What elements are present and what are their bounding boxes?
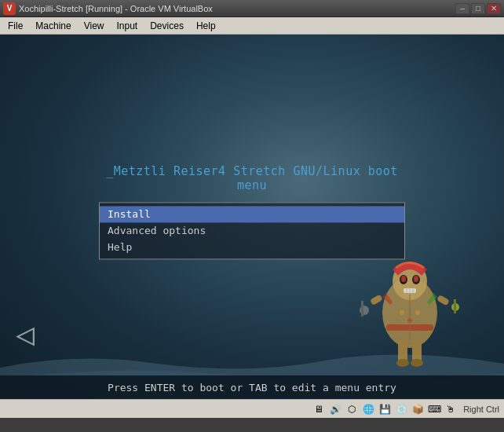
window-controls: – □ ✕ [455,3,501,14]
menu-machine[interactable]: Machine [29,17,77,34]
boot-title: _Metztli Reiser4 Stretch GNU/Linux boot … [99,164,405,192]
menu-input[interactable]: Input [111,17,144,34]
menu-help[interactable]: Help [190,17,222,34]
titlebar: V Xochipilli-Stretch [Running] - Oracle … [0,0,504,17]
menubar: File Machine View Input Devices Help [0,17,504,35]
svg-rect-13 [361,301,363,317]
network-status-icon[interactable]: 🌐 [361,402,375,416]
boot-option-help[interactable]: Help [100,239,404,255]
audio-status-icon[interactable]: 🔊 [328,402,342,416]
right-ctrl-label: Right Ctrl [463,405,499,414]
window-title: Xochipilli-Stretch [Running] - Oracle VM… [19,4,213,13]
virtualbox-icon: V [3,2,16,15]
svg-point-19 [411,359,423,367]
monitor-status-icon[interactable]: 🖥 [312,402,326,416]
disk-status-icon[interactable]: 💾 [378,402,392,416]
svg-rect-16 [398,340,407,362]
svg-point-5 [414,276,418,282]
boot-option-install[interactable]: Install [100,206,404,222]
boot-option-advanced[interactable]: Advanced options [100,222,404,239]
vm-screen[interactable]: ◁ [0,35,504,399]
svg-rect-11 [436,295,450,306]
svg-point-12 [360,306,369,315]
statusbar: 🖥 🔊 ⬡ 🌐 💾 💿 📦 ⌨ 🖱 Right Ctrl [0,399,504,418]
keyboard-status-icon[interactable]: ⌨ [427,402,441,416]
storage2-status-icon[interactable]: 📦 [411,402,425,416]
maximize-button[interactable]: □ [471,3,485,14]
svg-point-22 [415,310,420,315]
svg-point-21 [400,310,404,315]
svg-point-18 [396,359,409,367]
cd-status-icon[interactable]: 💿 [394,402,408,416]
boot-menu: _Metztli Reiser4 Stretch GNU/Linux boot … [99,164,405,259]
aztec-figure-decoration [347,254,473,372]
mouse-status-icon[interactable]: 🖱 [444,402,458,416]
menu-file[interactable]: File [2,17,29,34]
titlebar-left: V Xochipilli-Stretch [Running] - Oracle … [3,2,213,15]
menu-view[interactable]: View [78,17,111,34]
boot-footer: Press ENTER to boot or TAB to edit a men… [0,375,504,399]
minimize-button[interactable]: – [455,3,469,14]
svg-rect-15 [454,299,456,313]
left-arrow-decoration: ◁ [16,316,35,352]
svg-point-4 [401,276,406,282]
svg-rect-17 [412,340,422,362]
usb-status-icon[interactable]: ⬡ [345,402,359,416]
close-button[interactable]: ✕ [487,3,501,14]
boot-menu-box: Install Advanced options Help [99,202,405,259]
menu-devices[interactable]: Devices [144,17,190,34]
svg-rect-10 [370,295,383,306]
